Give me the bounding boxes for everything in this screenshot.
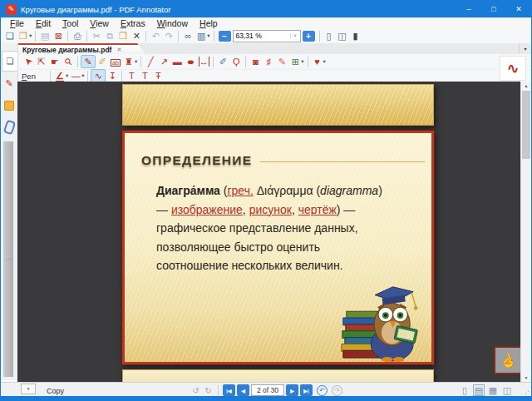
line-tool-button[interactable]: ╱ bbox=[144, 56, 157, 67]
text-smoothing-option-a[interactable]: T bbox=[125, 70, 138, 82]
ellipse-tool-button[interactable]: ● bbox=[184, 56, 197, 67]
menu-extras[interactable]: Extras bbox=[115, 18, 151, 28]
menu-edit[interactable]: Edit bbox=[30, 18, 57, 28]
fit-width-button[interactable]: ◫ bbox=[336, 29, 349, 42]
cut-button[interactable]: ✂ bbox=[90, 29, 103, 42]
forward-view-button[interactable]: ↷ bbox=[332, 385, 342, 396]
crop-tool-button[interactable]: ♯ bbox=[262, 56, 275, 67]
annotation-toolbar: ➤ ⇱ ☛ ⚲ ✎ ✐ ab ♜ ▾ ╱ ↗ ▬ ● ↔ ✐ Ϙ ◙ ♯ ✎ ⊞… bbox=[17, 54, 531, 82]
pen-width-dropdown-arrow[interactable]: ▾ bbox=[81, 72, 84, 79]
facing-pages-view-button[interactable]: ◫ bbox=[501, 384, 513, 396]
single-page-view-button[interactable]: ▯ bbox=[459, 384, 470, 396]
scroll-down-button[interactable]: ▼ bbox=[521, 374, 531, 382]
save-button[interactable]: ▤ bbox=[38, 29, 52, 42]
multiple-pages-view-button[interactable]: ▦ bbox=[487, 384, 499, 396]
fit-page-button[interactable]: ▯ bbox=[323, 29, 336, 42]
smooth-stroke-toggle[interactable]: ∿ bbox=[91, 69, 106, 82]
pdf-page-current[interactable]: ОПРЕДЕЛЕНИЕ Диагра́мма (греч. Διάγραμμα … bbox=[122, 131, 434, 364]
vertical-scrollbar[interactable]: ▲ ▼ bbox=[520, 82, 531, 382]
find-button[interactable]: ∞ bbox=[181, 29, 195, 42]
lasso-tool-button[interactable]: Ϙ bbox=[229, 56, 243, 67]
edit-annotation-tool-button[interactable]: ✎ bbox=[275, 56, 288, 67]
back-view-button[interactable]: ↶ bbox=[317, 385, 328, 396]
add-image-tool-button[interactable]: ⊞ bbox=[288, 56, 302, 67]
eraser-tool-button[interactable]: ✐ bbox=[216, 56, 229, 67]
stamp-dropdown-arrow[interactable]: ▾ bbox=[135, 58, 137, 65]
link-izobrazhenie[interactable]: изображение bbox=[171, 203, 243, 216]
menu-file[interactable]: File bbox=[4, 18, 30, 28]
copy-button[interactable]: ⧉ bbox=[103, 29, 116, 42]
open-document-button[interactable]: ❐ bbox=[17, 29, 30, 42]
continuous-view-button[interactable]: ▤ bbox=[473, 384, 485, 396]
pen-width-button[interactable]: — bbox=[69, 70, 82, 82]
sidebar-tab-annotations[interactable]: ✎ bbox=[2, 74, 17, 93]
favorites-button[interactable]: ♥ bbox=[311, 56, 324, 67]
zoom-in-button[interactable]: + bbox=[303, 31, 315, 42]
measure-tool-button[interactable]: ↔ bbox=[197, 56, 210, 67]
pen-color-dropdown-arrow[interactable]: ▾ bbox=[66, 72, 68, 79]
stamp-tool-button[interactable]: ♜ bbox=[122, 56, 135, 67]
sidebar-collapse-button[interactable]: ▾ bbox=[21, 384, 36, 394]
sidebar-tab-attachments[interactable] bbox=[2, 117, 17, 136]
link-risunok[interactable]: рисунок bbox=[249, 203, 292, 216]
pdf-page-previous-partial[interactable] bbox=[122, 84, 434, 126]
add-image-dropdown-arrow[interactable]: ▾ bbox=[301, 58, 303, 65]
link-grech[interactable]: греч. bbox=[227, 184, 253, 197]
page-overview-button[interactable]: ▥ bbox=[195, 29, 208, 42]
pan-mode-button[interactable]: ☝ bbox=[494, 346, 522, 374]
snapshot-tool-button[interactable]: ◙ bbox=[249, 56, 262, 67]
arrow-tool-button[interactable]: ↗ bbox=[157, 56, 170, 67]
pen-color-button[interactable]: ∠ bbox=[53, 70, 66, 82]
document-tab[interactable]: Круговые диаграммы.pdf ✕ bbox=[17, 43, 145, 54]
delete-button[interactable]: ✕ bbox=[130, 29, 143, 42]
print-button[interactable]: ⎙ bbox=[71, 29, 84, 42]
rectangle-tool-button[interactable]: ▬ bbox=[170, 56, 184, 67]
pressure-toggle[interactable]: ↧ bbox=[106, 70, 119, 82]
close-document-button[interactable]: ⊠ bbox=[52, 29, 65, 42]
document-view-area[interactable]: ОПРЕДЕЛЕНИЕ Диагра́мма (греч. Διάγραμμα … bbox=[17, 82, 523, 382]
pan-tool-button[interactable]: ☛ bbox=[48, 56, 62, 67]
pen-tool-button[interactable]: ✎ bbox=[81, 55, 96, 68]
select-annotation-tool-button[interactable]: ⇱ bbox=[35, 56, 48, 67]
sidebar-splitter[interactable]: ⋮ bbox=[3, 141, 13, 377]
maximize-button[interactable]: □ bbox=[481, 1, 506, 17]
link-chertezh[interactable]: чертёж bbox=[298, 203, 337, 216]
zoom-tool-button[interactable]: ⚲ bbox=[62, 56, 75, 67]
previous-page-button[interactable]: ◀ bbox=[237, 384, 249, 396]
zoom-dropdown-arrow[interactable]: ˅ bbox=[290, 33, 300, 38]
next-page-button[interactable]: ▶ bbox=[286, 384, 298, 396]
rotate-right-button[interactable]: ↻ bbox=[203, 386, 214, 395]
redo-button[interactable]: ↷ bbox=[162, 29, 175, 42]
menu-view[interactable]: View bbox=[84, 18, 115, 28]
minimize-button[interactable]: – bbox=[456, 1, 481, 17]
tab-overflow-button[interactable]: ▾ bbox=[519, 43, 531, 54]
marker-tool-button[interactable]: ✐ bbox=[96, 56, 109, 67]
last-page-button[interactable]: ▶| bbox=[300, 384, 313, 396]
zoom-input[interactable] bbox=[234, 32, 290, 40]
undo-button[interactable]: ↶ bbox=[149, 29, 162, 42]
select-tool-button[interactable]: ➤ bbox=[22, 56, 35, 67]
zoom-out-button[interactable]: − bbox=[219, 31, 231, 42]
page-overview-dropdown-arrow[interactable]: ▾ bbox=[207, 32, 209, 39]
menu-window[interactable]: Window bbox=[151, 18, 194, 28]
full-page-view-button[interactable]: ▮ bbox=[349, 29, 362, 42]
menu-tool[interactable]: Tool bbox=[57, 18, 84, 28]
close-button[interactable]: ✕ bbox=[506, 1, 531, 17]
pdf-page-next-partial[interactable] bbox=[122, 369, 434, 382]
sidebar-tab-index[interactable] bbox=[2, 96, 17, 115]
menu-help[interactable]: Help bbox=[194, 18, 224, 28]
text-smoothing-option-b[interactable]: T bbox=[138, 70, 151, 82]
new-document-button[interactable]: ❏ bbox=[3, 29, 17, 42]
scroll-up-button[interactable]: ▲ bbox=[521, 82, 531, 90]
tab-close-icon[interactable]: ✕ bbox=[116, 47, 121, 53]
text-box-tool-button[interactable]: ab bbox=[109, 56, 122, 67]
favorites-dropdown-arrow[interactable]: ▾ bbox=[323, 58, 326, 65]
text-smoothing-option-c[interactable]: Ŧ bbox=[151, 70, 165, 82]
rotate-left-button[interactable]: ↺ bbox=[190, 386, 201, 395]
scrollbar-thumb[interactable] bbox=[522, 91, 530, 159]
open-dropdown-arrow[interactable]: ▾ bbox=[29, 32, 32, 39]
paste-button[interactable]: ❒ bbox=[116, 29, 130, 42]
first-page-button[interactable]: |◀ bbox=[223, 384, 235, 396]
sidebar-tab-pages[interactable]: ❏ bbox=[2, 51, 17, 72]
page-indicator[interactable]: 2 of 30 bbox=[251, 384, 284, 396]
